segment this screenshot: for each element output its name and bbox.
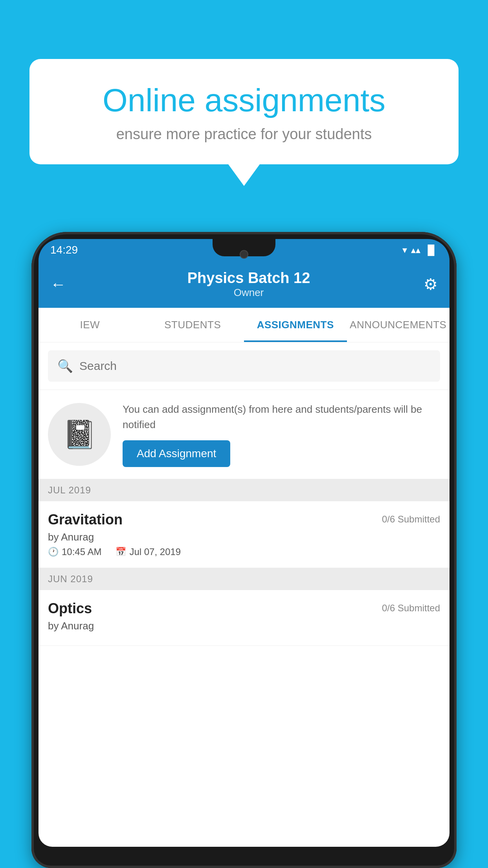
tab-iew[interactable]: IEW [39, 308, 141, 342]
phone-camera [240, 250, 248, 259]
assignment-author: by Anurag [48, 620, 440, 632]
speech-bubble-subtitle: ensure more practice for your students [57, 126, 431, 143]
search-container: 🔍 [39, 342, 449, 390]
signal-icon: ▴▴ [411, 245, 420, 256]
assignment-top: Optics 0/6 Submitted [48, 600, 440, 617]
tab-assignments[interactable]: ASSIGNMENTS [244, 308, 347, 342]
promo-text: You can add assignment(s) from here and … [123, 402, 440, 432]
wifi-icon: ▾ [402, 245, 407, 256]
app-bar-title-group: Physics Batch 12 Owner [187, 270, 310, 299]
add-promo-section: 📓 You can add assignment(s) from here an… [39, 390, 449, 479]
assignment-submitted: 0/6 Submitted [382, 603, 440, 614]
assignment-author: by Anurag [48, 531, 440, 543]
assignment-date: Jul 07, 2019 [129, 546, 181, 557]
phone-frame: 14:29 ▾ ▴▴ ▐▌ ← Physics Batch 12 Owner ⚙… [31, 232, 457, 868]
assignment-name: Optics [48, 600, 92, 617]
month-separator-jun: JUN 2019 [39, 568, 449, 590]
add-assignment-button[interactable]: Add Assignment [123, 440, 230, 467]
list-item[interactable]: Optics 0/6 Submitted by Anurag [39, 590, 449, 646]
notebook-icon: 📓 [62, 418, 97, 451]
battery-icon: ▐▌ [424, 245, 438, 256]
status-time: 14:29 [50, 244, 78, 256]
tabs: IEW STUDENTS ASSIGNMENTS ANNOUNCEMENTS [39, 308, 449, 342]
app-bar: ← Physics Batch 12 Owner ⚙ [39, 261, 449, 308]
month-separator-jul: JUL 2019 [39, 479, 449, 501]
promo-icon-circle: 📓 [48, 403, 111, 466]
status-icons: ▾ ▴▴ ▐▌ [402, 245, 438, 256]
assignment-top: Gravitation 0/6 Submitted [48, 511, 440, 528]
assignment-meta: 🕐 10:45 AM 📅 Jul 07, 2019 [48, 546, 440, 557]
tab-students[interactable]: STUDENTS [141, 308, 244, 342]
speech-bubble-container: Online assignments ensure more practice … [29, 59, 459, 186]
screen: ← Physics Batch 12 Owner ⚙ IEW STUDENTS … [39, 261, 449, 847]
assignment-name: Gravitation [48, 511, 123, 528]
promo-right: You can add assignment(s) from here and … [123, 402, 440, 467]
search-bar: 🔍 [48, 350, 440, 382]
settings-button[interactable]: ⚙ [424, 275, 438, 293]
speech-bubble-arrow [228, 164, 260, 186]
list-item[interactable]: Gravitation 0/6 Submitted by Anurag 🕐 10… [39, 501, 449, 568]
search-input[interactable] [79, 359, 431, 373]
calendar-icon: 📅 [116, 547, 126, 557]
app-bar-subtitle: Owner [187, 287, 310, 299]
assignment-time: 10:45 AM [62, 546, 101, 557]
back-button[interactable]: ← [50, 276, 74, 293]
tab-announcements[interactable]: ANNOUNCEMENTS [347, 308, 450, 342]
phone-notch [213, 239, 275, 256]
assignment-submitted: 0/6 Submitted [382, 514, 440, 525]
clock-icon: 🕐 [48, 547, 59, 557]
speech-bubble: Online assignments ensure more practice … [29, 59, 459, 164]
app-bar-title: Physics Batch 12 [187, 270, 310, 287]
speech-bubble-title: Online assignments [57, 83, 431, 118]
search-icon: 🔍 [57, 359, 73, 373]
